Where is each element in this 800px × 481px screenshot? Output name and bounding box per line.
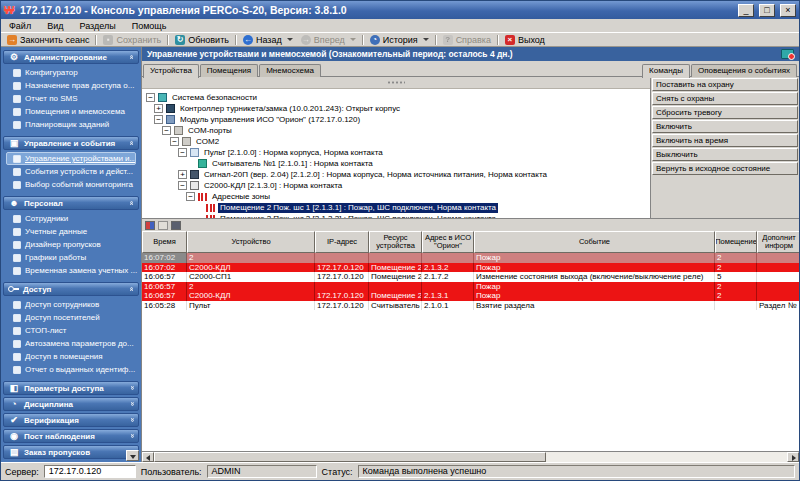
tab-Устройства[interactable]: Устройства (143, 64, 199, 78)
tree-node[interactable]: −Пульт [2.1.0.0] : Норма корпуса, Норма … (144, 147, 650, 158)
tree-node[interactable]: +Сигнал-20П (вер. 2.04) [2.1.2.0] : Норм… (144, 169, 650, 180)
tab-Помещения[interactable]: Помещения (200, 64, 258, 77)
sidebar-item[interactable]: Назначение прав доступа о... (3, 79, 139, 92)
sidebar-item[interactable]: Отчет о выданных идентиф... (3, 363, 139, 376)
collapse-icon[interactable]: − (186, 192, 195, 201)
tree-splitter[interactable] (142, 77, 650, 89)
tab-Оповещения о событиях[interactable]: Оповещения о событиях (691, 64, 797, 77)
command-button[interactable]: Вернуть в исходное состояние (652, 162, 798, 175)
dropdown-arrow-icon[interactable] (350, 38, 356, 41)
all-events-icon[interactable] (158, 221, 168, 230)
sidebar-item[interactable]: Доступ сотрудников (3, 298, 139, 311)
tab-Команды[interactable]: Команды (642, 64, 690, 78)
command-button[interactable]: Сбросить тревогу (652, 106, 798, 119)
column-header[interactable]: Ресурс устройства (369, 231, 422, 253)
sidebar-item[interactable]: Отчет по SMS (3, 92, 139, 105)
minimize-button[interactable]: _ (738, 4, 754, 17)
sidebar-item[interactable]: Планировщик заданий (3, 118, 139, 131)
sidebar-group-header[interactable]: ☻Персонал» (3, 196, 139, 210)
event-row[interactable]: 16:07:022Пожар2 (142, 253, 799, 263)
sidebar-item[interactable]: Выбор событий мониторинга (3, 178, 139, 191)
menu-item[interactable]: Помощь (124, 19, 175, 32)
command-button[interactable]: Включить (652, 120, 798, 133)
dropdown-arrow-icon[interactable] (287, 38, 293, 41)
sidebar-item[interactable]: Конфигуратор (3, 66, 139, 79)
command-button[interactable]: Поставить на охрану (652, 78, 798, 91)
collapse-icon[interactable]: − (178, 148, 187, 157)
sidebar-group-header[interactable]: ◔Дисциплина» (3, 397, 139, 411)
scroll-left-icon[interactable] (142, 452, 154, 462)
sidebar-group-header[interactable]: ▤Заказ пропусков» (3, 445, 139, 459)
back-button[interactable]: ←Назад (239, 33, 297, 46)
collapse-icon[interactable]: − (170, 137, 179, 146)
sidebar-item[interactable]: Учетные данные (3, 225, 139, 238)
exit-button[interactable]: ×Выход (501, 33, 549, 46)
command-button[interactable]: Снять с охраны (652, 92, 798, 105)
history-button[interactable]: ◔История (366, 33, 433, 46)
command-button[interactable]: Включить на время (652, 134, 798, 147)
horizontal-scrollbar[interactable] (142, 451, 799, 462)
sidebar-item[interactable]: Управление устройствами и... (6, 152, 136, 165)
sidebar-item[interactable]: СТОП-лист (3, 324, 139, 337)
event-row[interactable]: 16:06:57С2000-КДЛ172.17.0.120Помещение 2… (142, 291, 799, 301)
menu-item[interactable]: Вид (39, 19, 71, 32)
event-row[interactable]: 16:05:28Пульт172.17.0.120Считыватель №2.… (142, 301, 799, 311)
chevron-down-icon[interactable]: » (128, 434, 136, 438)
menu-item[interactable]: Разделы (71, 19, 123, 32)
sidebar-item[interactable]: Дизайнер пропусков (3, 238, 139, 251)
sidebar-group-header[interactable]: ◉Пост наблюдения» (3, 429, 139, 443)
sidebar-scroll-down-icon[interactable] (126, 450, 139, 461)
tree-node[interactable]: −COM-порты (144, 125, 650, 136)
column-header[interactable]: Адрес в ИСО "Орион" (422, 231, 474, 253)
tree-node[interactable]: −С2000-КДЛ [2.1.3.0] : Норма контакта (144, 180, 650, 191)
column-header[interactable]: Событие (474, 231, 715, 253)
export-log-icon[interactable] (171, 221, 181, 230)
collapse-icon[interactable]: − (178, 181, 187, 190)
sidebar-item[interactable]: Автозамена параметров до... (3, 337, 139, 350)
chevron-down-icon[interactable]: » (128, 386, 136, 390)
sidebar-item[interactable]: Сотрудники (3, 212, 139, 225)
sidebar-group-header[interactable]: ▣Управление и события» (3, 136, 139, 150)
sidebar-item[interactable]: Помещения и мнемосхема (3, 105, 139, 118)
chevron-up-icon[interactable]: » (128, 55, 136, 59)
chevron-down-icon[interactable]: » (128, 402, 136, 406)
sidebar-group-header[interactable]: Доступ» (3, 282, 139, 296)
tree-node[interactable]: −Адресные зоны (144, 191, 650, 202)
close-button[interactable]: × (780, 4, 796, 17)
collapse-icon[interactable]: − (154, 115, 163, 124)
column-header[interactable]: Помещение (715, 231, 757, 253)
menu-item[interactable]: Файл (1, 19, 39, 32)
chevron-up-icon[interactable]: » (128, 141, 136, 145)
collapse-icon[interactable]: − (146, 93, 155, 102)
chevron-up-icon[interactable]: » (128, 287, 136, 291)
collapse-icon[interactable]: − (162, 126, 171, 135)
expand-icon[interactable]: + (154, 104, 163, 113)
maximize-button[interactable]: □ (759, 4, 775, 17)
sidebar-item[interactable]: События устройств и дейст... (3, 165, 139, 178)
tree-node[interactable]: −Модуль управления ИСО "Орион" (172.17.0… (144, 114, 650, 125)
dropdown-arrow-icon[interactable] (423, 38, 429, 41)
tab-Мнемосхема[interactable]: Мнемосхема (259, 64, 321, 77)
column-header[interactable]: Дополнит информ (757, 231, 799, 253)
sidebar-group-header[interactable]: ✔Верификация» (3, 413, 139, 427)
sidebar-group-header[interactable]: ◧Параметры доступа» (3, 381, 139, 395)
command-button[interactable]: Выключить (652, 148, 798, 161)
chevron-up-icon[interactable]: » (128, 201, 136, 205)
sidebar-item[interactable]: Графики работы (3, 251, 139, 264)
sidebar-item[interactable]: Доступ посетителей (3, 311, 139, 324)
event-row[interactable]: 16:07:02С2000-КДЛ172.17.0.120Помещение 2… (142, 263, 799, 273)
alarm-events-icon[interactable] (145, 221, 155, 230)
event-row[interactable]: 16:06:57С2000-СП1172.17.0.120Помещение 2… (142, 272, 799, 282)
tree-node[interactable]: −Помещение 2 Пож. шс 1 [2.1.3.1] : Пожар… (144, 202, 650, 213)
column-header[interactable]: Время (142, 231, 187, 253)
sidebar-group-header[interactable]: ⚙Администрирование» (3, 50, 139, 64)
tree-node[interactable]: −Система безопасности (144, 92, 650, 103)
sidebar-item[interactable]: Доступ в помещения (3, 350, 139, 363)
scroll-right-icon[interactable] (787, 452, 799, 462)
tree-node[interactable]: +Контроллер турникета/замка (10.0.201.24… (144, 103, 650, 114)
tree-node[interactable]: −Считыватель №1 [2.1.0.1] : Норма контак… (144, 158, 650, 169)
expand-icon[interactable]: + (178, 170, 187, 179)
sidebar-item[interactable]: Временная замена учетных ... (3, 264, 139, 277)
chevron-down-icon[interactable]: » (128, 418, 136, 422)
column-header[interactable]: Устройство (187, 231, 315, 253)
